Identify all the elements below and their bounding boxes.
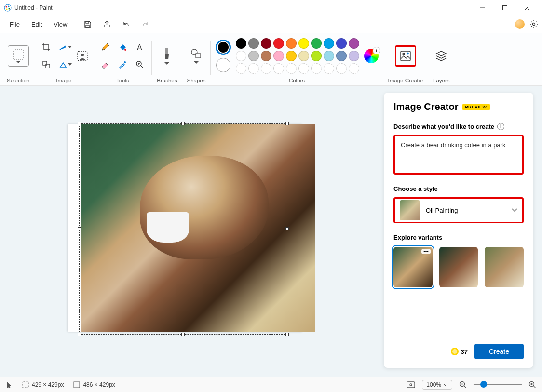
share-icon[interactable] bbox=[100, 17, 113, 31]
rotate-icon[interactable] bbox=[42, 60, 51, 69]
color-swatch[interactable] bbox=[311, 38, 322, 49]
edit-colors-icon[interactable] bbox=[364, 49, 379, 63]
svg-rect-24 bbox=[401, 51, 410, 61]
custom-color-slot[interactable] bbox=[349, 63, 359, 74]
window-title: Untitled - Paint bbox=[14, 4, 472, 11]
svg-point-27 bbox=[452, 349, 457, 354]
svg-rect-30 bbox=[407, 382, 415, 388]
color-swatch[interactable] bbox=[273, 38, 284, 49]
style-dropdown[interactable]: Oil Painting bbox=[393, 197, 524, 223]
pencil-icon[interactable] bbox=[101, 43, 109, 52]
cursor-icon bbox=[6, 381, 13, 388]
zoom-in-icon[interactable] bbox=[528, 381, 536, 389]
svg-point-3 bbox=[9, 8, 10, 10]
svg-rect-29 bbox=[74, 382, 80, 388]
canvas-area[interactable] bbox=[0, 86, 384, 377]
image-creator-panel: Image Creator PREVIEW Describe what you'… bbox=[384, 93, 533, 368]
flip-icon[interactable] bbox=[59, 61, 72, 68]
svg-rect-14 bbox=[46, 64, 50, 68]
custom-color-slot[interactable] bbox=[261, 63, 271, 74]
svg-point-2 bbox=[8, 6, 10, 7]
crop-icon[interactable] bbox=[42, 43, 51, 52]
shapes-button[interactable] bbox=[190, 48, 203, 64]
text-icon[interactable]: A bbox=[136, 43, 144, 52]
preview-badge: PREVIEW bbox=[462, 104, 490, 110]
color-2[interactable] bbox=[216, 58, 230, 72]
color-swatch[interactable] bbox=[336, 51, 347, 61]
color-swatch[interactable] bbox=[298, 38, 309, 49]
color-swatch[interactable] bbox=[286, 51, 297, 61]
color-swatch[interactable] bbox=[273, 51, 284, 61]
color-swatch[interactable] bbox=[324, 38, 334, 49]
custom-color-slot[interactable] bbox=[336, 63, 347, 74]
svg-point-1 bbox=[6, 6, 7, 8]
close-button[interactable] bbox=[516, 0, 538, 15]
user-avatar-icon[interactable] bbox=[515, 19, 525, 29]
undo-icon[interactable] bbox=[119, 17, 133, 31]
color-swatch[interactable] bbox=[349, 51, 359, 61]
color-swatch[interactable] bbox=[248, 51, 259, 61]
create-button[interactable]: Create bbox=[474, 344, 524, 359]
color-swatch[interactable] bbox=[286, 38, 297, 49]
layers-button[interactable] bbox=[435, 50, 447, 62]
save-icon[interactable] bbox=[81, 17, 94, 31]
color-swatch[interactable] bbox=[261, 38, 271, 49]
color-swatch[interactable] bbox=[311, 51, 322, 61]
selection-tool[interactable] bbox=[8, 45, 29, 67]
zoom-slider[interactable] bbox=[474, 384, 522, 385]
color-1[interactable] bbox=[216, 40, 231, 55]
zoom-out-icon[interactable] bbox=[459, 381, 467, 389]
color-swatch[interactable] bbox=[248, 38, 259, 49]
canvas-size: 486 × 429px bbox=[73, 381, 115, 388]
zoom-dropdown[interactable]: 100% bbox=[422, 380, 452, 390]
variant-3[interactable] bbox=[485, 247, 524, 287]
maximize-button[interactable] bbox=[494, 0, 516, 15]
variant-2[interactable] bbox=[439, 247, 478, 287]
remove-background-icon[interactable] bbox=[77, 50, 88, 62]
color-swatch[interactable] bbox=[236, 38, 246, 49]
minimize-button[interactable] bbox=[472, 0, 494, 15]
svg-point-16 bbox=[81, 54, 84, 56]
color-swatch[interactable] bbox=[298, 51, 309, 61]
selection-box[interactable] bbox=[79, 123, 287, 335]
style-thumbnail bbox=[400, 200, 420, 220]
color-swatch[interactable] bbox=[336, 38, 347, 49]
layers-group-label: Layers bbox=[433, 78, 450, 83]
svg-point-25 bbox=[403, 53, 405, 55]
svg-rect-6 bbox=[503, 6, 507, 10]
color-swatch[interactable] bbox=[261, 51, 271, 61]
eyedropper-icon[interactable] bbox=[118, 60, 127, 69]
shapes-group-label: Shapes bbox=[187, 78, 206, 83]
svg-rect-12 bbox=[14, 50, 23, 59]
custom-color-slot[interactable] bbox=[324, 63, 334, 74]
chevron-down-icon bbox=[512, 208, 517, 212]
custom-color-slot[interactable] bbox=[286, 63, 297, 74]
variant-1[interactable] bbox=[393, 247, 433, 287]
info-icon[interactable]: i bbox=[497, 123, 504, 130]
resize-icon[interactable] bbox=[59, 44, 72, 51]
fit-screen-icon[interactable] bbox=[406, 381, 415, 388]
image-group-label: Image bbox=[56, 78, 71, 83]
tools-group-label: Tools bbox=[116, 78, 129, 83]
svg-point-4 bbox=[6, 9, 8, 10]
brushes-button[interactable] bbox=[162, 47, 172, 65]
custom-color-slot[interactable] bbox=[273, 63, 284, 74]
fill-icon[interactable] bbox=[118, 43, 127, 52]
custom-color-slot[interactable] bbox=[298, 63, 309, 74]
credits-count: 37 bbox=[450, 347, 468, 356]
file-menu[interactable]: File bbox=[4, 19, 26, 30]
prompt-input[interactable]: Create a bear drinking cofee in a park bbox=[393, 135, 524, 175]
view-menu[interactable]: View bbox=[48, 19, 73, 30]
settings-icon[interactable] bbox=[529, 20, 538, 28]
custom-color-slot[interactable] bbox=[311, 63, 322, 74]
custom-color-slot[interactable] bbox=[248, 63, 259, 74]
custom-color-slot[interactable] bbox=[236, 63, 246, 74]
edit-menu[interactable]: Edit bbox=[26, 19, 48, 30]
color-swatch[interactable] bbox=[349, 38, 359, 49]
image-creator-button[interactable] bbox=[395, 45, 416, 67]
color-swatch[interactable] bbox=[236, 51, 246, 61]
magnifier-icon[interactable] bbox=[136, 60, 144, 69]
eraser-icon[interactable] bbox=[101, 60, 109, 69]
redo-icon[interactable] bbox=[138, 17, 152, 31]
color-swatch[interactable] bbox=[324, 51, 334, 61]
